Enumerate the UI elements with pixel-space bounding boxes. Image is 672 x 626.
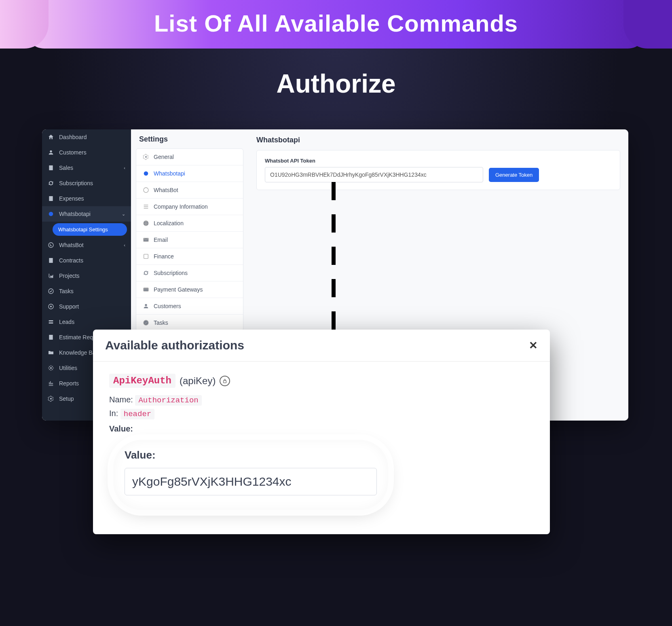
sidebar-item-label: Leads <box>59 319 74 325</box>
file-icon <box>48 334 54 340</box>
settings-item-label: Payment Gateways <box>154 286 203 293</box>
svg-rect-24 <box>224 381 226 383</box>
svg-point-13 <box>50 398 52 400</box>
user-icon <box>143 303 149 309</box>
sidebar-item-expenses[interactable]: Expenses <box>42 191 131 206</box>
auth-in-value: header <box>120 409 154 419</box>
svg-point-21 <box>145 304 147 306</box>
sidebar-item-label: Whatsbotapi <box>59 211 91 217</box>
modal-header: Available authorizations ✕ <box>93 330 550 362</box>
authorization-modal: Available authorizations ✕ ApiKeyAuth (a… <box>93 330 550 534</box>
svg-rect-20 <box>144 288 148 291</box>
sidebar-item-label: Subscriptions <box>59 180 93 186</box>
sidebar-item-label: Utilities <box>59 365 77 371</box>
sidebar-item-tasks[interactable]: Tasks <box>42 283 131 299</box>
lock-icon <box>220 376 230 386</box>
settings-item-tasks[interactable]: Tasks <box>136 315 243 331</box>
settings-list: General Whatsbotapi WhatsBot Company Inf… <box>136 148 243 331</box>
sidebar-item-whatsbot[interactable]: WhatsBot ‹ <box>42 237 131 253</box>
auth-scheme-name: ApiKeyAuth <box>109 374 175 388</box>
token-field-label: Whatsbot API Token <box>265 158 612 164</box>
settings-item-company-information[interactable]: Company Information <box>136 199 243 215</box>
sidebar-item-subscriptions[interactable]: Subscriptions <box>42 176 131 191</box>
header-banner: List Of All Available Commands <box>0 0 672 57</box>
settings-item-label: Customers <box>154 303 181 309</box>
svg-point-15 <box>144 171 148 176</box>
settings-item-payment-gateways[interactable]: Payment Gateways <box>136 281 243 298</box>
file-icon <box>48 165 54 171</box>
settings-item-whatsbot[interactable]: WhatsBot <box>136 182 243 199</box>
settings-item-label: Tasks <box>154 319 168 326</box>
auth-name-label: Name: <box>109 395 133 404</box>
sidebar-item-label: Customers <box>59 149 87 156</box>
page-subtitle: Authorize <box>0 69 672 99</box>
refresh-icon <box>143 270 149 276</box>
close-icon[interactable]: ✕ <box>529 339 538 352</box>
settings-title: Settings <box>136 135 243 144</box>
svg-point-8 <box>50 306 52 307</box>
svg-rect-11 <box>49 335 53 340</box>
sidebar-item-projects[interactable]: Projects <box>42 268 131 283</box>
leads-icon <box>48 319 54 325</box>
sidebar-item-label: Contracts <box>59 257 83 264</box>
chart-icon <box>48 273 54 279</box>
svg-rect-2 <box>49 196 53 201</box>
settings-item-whatsbotapi[interactable]: Whatsbotapi <box>136 165 243 182</box>
whatsapp-icon <box>48 242 54 248</box>
sidebar-sub-whatsbotapi-settings[interactable]: Whatsbotapi Settings <box>53 223 127 236</box>
modal-title: Available authorizations <box>105 338 244 352</box>
settings-item-label: Localization <box>154 220 184 226</box>
sidebar-item-sales[interactable]: Sales ‹ <box>42 160 131 176</box>
chevron-down-icon: ⌄ <box>122 211 125 217</box>
report-icon <box>48 380 54 387</box>
settings-item-label: Email <box>154 237 168 243</box>
sidebar-item-label: Projects <box>59 273 80 279</box>
sidebar-item-label: Setup <box>59 395 74 402</box>
svg-point-12 <box>50 367 52 369</box>
svg-point-14 <box>145 156 147 158</box>
auth-name-value: Authorization <box>135 395 201 406</box>
auth-name-row: Name: Authorization <box>109 395 534 405</box>
auth-value-input[interactable] <box>125 468 377 495</box>
auth-in-row: In: header <box>109 409 534 419</box>
modal-body: ApiKeyAuth (apiKey) Name: Authorization … <box>93 362 550 534</box>
sidebar-item-contracts[interactable]: Contracts <box>42 253 131 268</box>
value-highlight-label: Value: <box>125 449 377 461</box>
circle-icon <box>143 170 149 177</box>
settings-item-label: Company Information <box>154 203 208 210</box>
setup-icon <box>48 395 54 402</box>
svg-point-6 <box>49 289 53 294</box>
svg-point-0 <box>50 150 52 152</box>
settings-item-label: Finance <box>154 253 174 260</box>
sidebar-item-leads[interactable]: Leads <box>42 314 131 330</box>
finance-icon <box>143 253 149 260</box>
settings-item-subscriptions[interactable]: Subscriptions <box>136 265 243 281</box>
settings-item-localization[interactable]: Localization <box>136 215 243 232</box>
sidebar-item-whatsbotapi[interactable]: Whatsbotapi ⌄ <box>42 206 131 222</box>
check-icon <box>48 288 54 294</box>
token-input[interactable] <box>265 167 483 182</box>
auth-type: (apiKey) <box>180 375 216 387</box>
settings-item-label: Subscriptions <box>154 270 188 276</box>
file-icon <box>48 195 54 202</box>
sidebar-item-label: Sales <box>59 165 73 171</box>
sidebar-item-label: Expenses <box>59 195 84 202</box>
file-icon <box>48 257 54 264</box>
settings-item-label: General <box>154 154 174 160</box>
sidebar-item-label: Tasks <box>59 288 74 294</box>
settings-item-label: WhatsBot <box>154 187 178 193</box>
settings-item-general[interactable]: General <box>136 149 243 165</box>
sidebar-item-support[interactable]: Support <box>42 299 131 314</box>
sidebar-item-dashboard[interactable]: Dashboard <box>42 129 131 145</box>
generate-token-button[interactable]: Generate Token <box>489 168 539 182</box>
folder-icon <box>48 349 54 356</box>
settings-item-finance[interactable]: Finance <box>136 248 243 265</box>
value-highlight-callout: Value: <box>113 440 388 510</box>
settings-item-email[interactable]: Email <box>136 232 243 248</box>
sidebar-item-customers[interactable]: Customers <box>42 145 131 160</box>
settings-item-customers[interactable]: Customers <box>136 298 243 315</box>
banner-title: List Of All Available Commands <box>154 10 518 37</box>
whatsapp-icon <box>143 187 149 193</box>
list-icon <box>143 203 149 210</box>
svg-rect-10 <box>49 322 53 324</box>
